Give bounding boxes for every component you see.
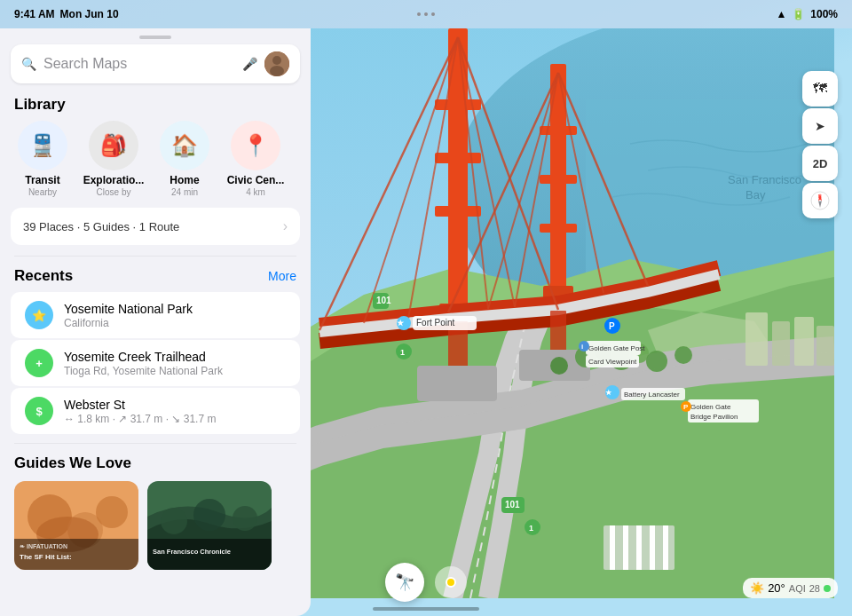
svg-text:San Francisco: San Francisco [728,173,801,186]
svg-point-90 [233,506,257,531]
battery-level: 100% [810,8,838,20]
svg-text:Battery Lancaster: Battery Lancaster [624,391,680,399]
quick-item-3[interactable]: 📍 Civic Cen... 4 km [220,121,291,197]
recent-icon-0: ⭐ [25,301,53,329]
bottom-bar: 🔭 [385,563,467,602]
quick-label-3: Civic Cen... [227,174,285,186]
quick-label-2: Home [170,174,199,186]
svg-text:San Francisco Chronicle: San Francisco Chronicle [153,548,231,556]
status-time: 9:41 AM [14,8,55,20]
svg-text:Golden Gate: Golden Gate [690,403,731,411]
temperature: 20° [768,581,785,595]
quick-sublabel-3: 4 km [246,187,265,197]
more-dots-indicator [417,12,435,16]
binoculars-button[interactable]: 🔭 [385,563,424,602]
recents-list: ⭐ Yosemite National Park California + Yo… [0,292,311,434]
compass-button[interactable]: N [802,183,838,218]
svg-text:N: N [818,193,822,199]
recent-item-0[interactable]: ⭐ Yosemite National Park California [11,292,300,338]
status-date: Mon Jun 10 [60,8,119,20]
svg-rect-73 [772,321,790,366]
places-row[interactable]: 39 Places · 5 Guides · 1 Route › [11,208,300,245]
quick-sublabel-1: Close by [97,187,131,197]
svg-text:P: P [683,403,689,411]
weather-icon: ☀️ [750,581,764,595]
aqi-value: 28 [809,583,820,594]
search-placeholder[interactable]: Search Maps [43,56,235,72]
quick-label-0: Transit [25,174,59,186]
quick-sublabel-2: 24 min [171,187,198,197]
recent-sub-2: ↔ 1.8 km · ↗ 31.7 m · ↘ 31.7 m [64,413,216,425]
svg-rect-74 [794,317,814,366]
svg-rect-10 [540,175,577,184]
search-bar[interactable]: 🔍 Search Maps 🎤 [11,44,300,83]
svg-point-88 [161,508,187,534]
right-controls: 🗺 ➤ 2D N [802,71,838,218]
svg-point-78 [270,66,284,76]
guides-section: Guides We Love ❧ INFATUATION The SF Hit … [0,444,311,570]
microphone-icon[interactable]: 🎤 [242,57,257,71]
guide-card-0[interactable]: ❧ INFATUATION The SF Hit List: [14,481,138,570]
svg-text:Card Viewpoint: Card Viewpoint [588,358,637,366]
avatar[interactable] [264,51,289,76]
drag-handle[interactable] [139,36,171,39]
2d-view-button[interactable]: 2D [802,146,838,181]
more-button[interactable]: More [268,269,296,283]
svg-text:★: ★ [397,319,405,328]
svg-point-34 [646,351,667,372]
quick-item-0[interactable]: 🚆 Transit Nearby [7,121,78,197]
svg-rect-25 [550,311,566,355]
compass-icon: N [809,190,831,211]
dot-2 [424,12,428,16]
svg-text:1: 1 [529,524,533,533]
guide-card-1[interactable]: San Francisco Chronicle [147,481,272,570]
recent-name-2: Webster St [64,398,216,412]
quick-label-1: Exploratio... [83,174,145,186]
svg-text:101: 101 [376,296,391,305]
svg-rect-6 [435,206,481,217]
quick-item-2[interactable]: 🏠 Home 24 min [149,121,220,197]
recent-item-2[interactable]: $ Webster St ↔ 1.8 km · ↗ 31.7 m · ↘ 31.… [11,388,300,434]
quick-item-1[interactable]: 🎒 Exploratio... Close by [78,121,149,197]
svg-point-36 [674,346,692,364]
svg-point-77 [272,56,281,65]
quick-sublabel-0: Nearby [28,187,57,197]
panel-scroll[interactable]: Library 🚆 Transit Nearby 🎒 Exploratio...… [0,91,311,616]
map-view-button[interactable]: 🗺 [802,71,838,107]
bridge-svg: San Francisco Bay ★ Fort Point 101 1 101… [293,28,834,598]
quick-access-row: 🚆 Transit Nearby 🎒 Exploratio... Close b… [0,121,311,208]
search-icon: 🔍 [21,57,36,71]
location-dot[interactable] [435,566,467,598]
status-bar: 9:41 AM Mon Jun 10 ▲ 🔋 100% [0,0,852,28]
svg-text:Golden Gate Post: Golden Gate Post [588,344,645,352]
svg-text:Bridge Pavilion: Bridge Pavilion [690,413,738,421]
recent-item-1[interactable]: + Yosemite Creek Trailhead Tioga Rd, Yos… [11,340,300,386]
svg-text:1: 1 [400,348,405,357]
recents-header: Recents More [0,257,311,292]
svg-rect-5 [435,153,481,163]
wifi-icon: ▲ [776,8,786,20]
map-area[interactable]: San Francisco Bay ★ Fort Point 101 1 101… [293,28,852,616]
svg-point-89 [193,499,225,531]
svg-rect-26 [417,366,497,401]
quick-icon-1: 🎒 [89,121,138,170]
left-panel: 🔍 Search Maps 🎤 Library 🚆 Transit Nearby… [0,28,311,616]
svg-point-35 [550,357,568,375]
aqi-status-dot [824,585,831,592]
svg-text:i: i [581,343,583,351]
recent-sub-0: California [64,317,193,329]
recent-icon-2: $ [25,397,53,425]
svg-text:The SF Hit List:: The SF Hit List: [20,553,72,561]
guides-section-title: Guides We Love [14,454,131,471]
svg-text:P: P [609,321,615,331]
svg-rect-72 [746,312,768,366]
svg-point-55 [579,341,589,351]
recents-section-title: Recents [14,267,73,285]
places-summary: 39 Places · 5 Guides · 1 Route [23,220,179,233]
dot-1 [417,12,421,16]
directions-button[interactable]: ➤ [802,108,838,144]
quick-icon-0: 🚆 [18,121,67,170]
dot-3 [431,12,435,16]
recent-sub-1: Tioga Rd, Yosemite National Park [64,365,223,377]
recent-icon-1: + [25,349,53,377]
